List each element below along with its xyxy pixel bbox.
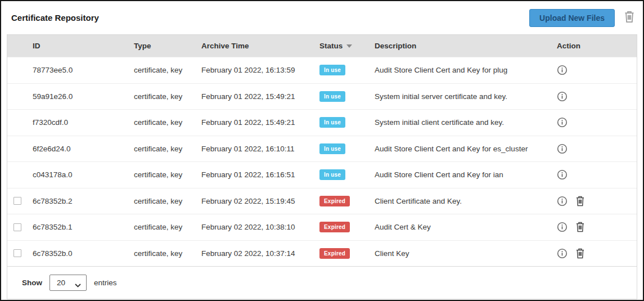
- cell-type: certificate, key: [128, 223, 196, 231]
- cell-type: certificate, key: [128, 170, 196, 179]
- cell-archive-time: February 01 2022, 16:16:51: [196, 170, 314, 179]
- page-title: Certificate Repository: [11, 13, 99, 23]
- cell-id: 78773ee5.0: [27, 66, 128, 74]
- cell-status: In use: [314, 117, 369, 128]
- row-checkbox-cell: [7, 223, 27, 231]
- cell-status: Expired: [314, 196, 369, 206]
- cell-archive-time: February 01 2022, 16:13:59: [196, 66, 314, 74]
- upload-new-files-button[interactable]: Upload New Files: [529, 9, 615, 27]
- status-badge: In use: [319, 117, 345, 128]
- info-icon[interactable]: [557, 143, 568, 154]
- trash-icon[interactable]: [575, 248, 585, 259]
- cell-status: In use: [314, 143, 369, 154]
- cell-status: Expired: [314, 248, 369, 259]
- row-checkbox-cell: [7, 197, 27, 205]
- row-checkbox[interactable]: [13, 223, 21, 231]
- table-row: 6c78352b.0certificate, keyFebruary 02 20…: [7, 240, 637, 267]
- cell-id: c043178a.0: [27, 170, 128, 179]
- cell-type: certificate, key: [128, 145, 196, 153]
- table-row: 6c78352b.1certificate, keyFebruary 02 20…: [7, 214, 637, 240]
- cell-id: 6c78352b.0: [27, 249, 128, 258]
- cell-id: 6c78352b.2: [27, 197, 128, 205]
- trash-icon[interactable]: [575, 222, 585, 232]
- table-row: c043178a.0certificate, keyFebruary 01 20…: [7, 161, 637, 188]
- table-row: f7320cdf.0certificate, keyFebruary 01 20…: [7, 109, 637, 136]
- cell-type: certificate, key: [128, 249, 196, 258]
- cell-action: [552, 196, 637, 206]
- row-checkbox-cell: [7, 249, 27, 257]
- table-row: 59a91e26.0certificate, keyFebruary 01 20…: [7, 83, 637, 110]
- info-icon[interactable]: [557, 117, 568, 128]
- column-header-type: Type: [128, 42, 196, 50]
- delete-selected-button[interactable]: [624, 11, 635, 25]
- column-header-archive-time: Archive Time: [196, 42, 314, 50]
- show-label: Show: [22, 278, 42, 287]
- cell-description: System initial client certificate and ke…: [369, 118, 552, 127]
- cell-action: [552, 91, 637, 102]
- cell-description: Audit Store Client Cert and Key for plug: [369, 66, 552, 74]
- cell-action: [552, 169, 637, 180]
- status-badge: In use: [319, 65, 345, 75]
- cell-action: [552, 143, 637, 154]
- cell-description: Client Key: [369, 249, 552, 258]
- cell-archive-time: February 02 2022, 10:38:10: [196, 223, 314, 231]
- table-footer: Show 20 entries: [7, 266, 637, 299]
- column-header-status[interactable]: Status: [314, 42, 369, 50]
- column-header-action: Action: [552, 42, 637, 50]
- cell-archive-time: February 01 2022, 15:49:21: [196, 118, 314, 127]
- info-icon[interactable]: [557, 248, 568, 259]
- cell-archive-time: February 02 2022, 15:19:45: [196, 197, 314, 205]
- panel-header: Certificate Repository Upload New Files: [1, 1, 643, 34]
- cell-archive-time: February 02 2022, 10:37:14: [196, 249, 314, 258]
- table-row: 6f2e6d24.0certificate, keyFebruary 01 20…: [7, 136, 637, 162]
- status-badge: In use: [319, 169, 345, 180]
- row-checkbox[interactable]: [13, 197, 21, 205]
- status-badge: Expired: [319, 222, 350, 232]
- column-header-description: Description: [369, 42, 552, 50]
- sort-desc-icon: [346, 44, 352, 48]
- cell-archive-time: February 01 2022, 16:10:11: [196, 145, 314, 153]
- info-icon[interactable]: [557, 169, 568, 180]
- cell-type: certificate, key: [128, 197, 196, 205]
- cell-action: [552, 65, 637, 75]
- cell-id: 59a91e26.0: [27, 92, 128, 101]
- column-header-id: ID: [27, 42, 128, 50]
- cell-description: System initial server certificate and ke…: [369, 92, 552, 101]
- cell-id: 6f2e6d24.0: [27, 145, 128, 153]
- title-actions: Upload New Files: [529, 9, 635, 27]
- cell-id: f7320cdf.0: [27, 118, 128, 127]
- trash-icon[interactable]: [575, 196, 585, 206]
- cell-action: [552, 248, 637, 259]
- info-icon[interactable]: [557, 91, 568, 102]
- status-badge: Expired: [319, 248, 350, 259]
- cell-description: Client Certificate and Key.: [369, 197, 552, 205]
- table-header-row: ID Type Archive Time Status Description …: [7, 35, 637, 57]
- cell-action: [552, 222, 637, 232]
- cell-id: 6c78352b.1: [27, 223, 128, 231]
- table-row: 78773ee5.0certificate, keyFebruary 01 20…: [7, 57, 637, 83]
- cell-status: In use: [314, 169, 369, 180]
- cell-description: Audit Store Client Cert and Key for ian: [369, 170, 552, 179]
- entries-select[interactable]: 20: [49, 275, 87, 291]
- status-badge: In use: [319, 143, 345, 154]
- cell-type: certificate, key: [128, 118, 196, 127]
- column-header-status-label: Status: [319, 42, 343, 50]
- info-icon[interactable]: [557, 65, 568, 75]
- certificate-table: ID Type Archive Time Status Description …: [7, 34, 637, 299]
- cell-archive-time: February 01 2022, 15:49:21: [196, 92, 314, 101]
- row-checkbox[interactable]: [13, 249, 21, 257]
- cell-description: Audit Store Client Cert and Key for es_c…: [369, 145, 552, 153]
- info-icon[interactable]: [557, 196, 568, 206]
- cell-status: In use: [314, 91, 369, 102]
- status-badge: In use: [319, 91, 345, 102]
- info-icon[interactable]: [557, 222, 568, 232]
- cell-action: [552, 117, 637, 128]
- entries-label: entries: [94, 278, 117, 287]
- status-badge: Expired: [319, 196, 350, 206]
- entries-select-wrap: 20: [49, 275, 87, 291]
- cell-type: certificate, key: [128, 66, 196, 74]
- trash-icon: [624, 11, 635, 25]
- cell-type: certificate, key: [128, 92, 196, 101]
- cell-status: Expired: [314, 222, 369, 232]
- table-row: 6c78352b.2certificate, keyFebruary 02 20…: [7, 188, 637, 214]
